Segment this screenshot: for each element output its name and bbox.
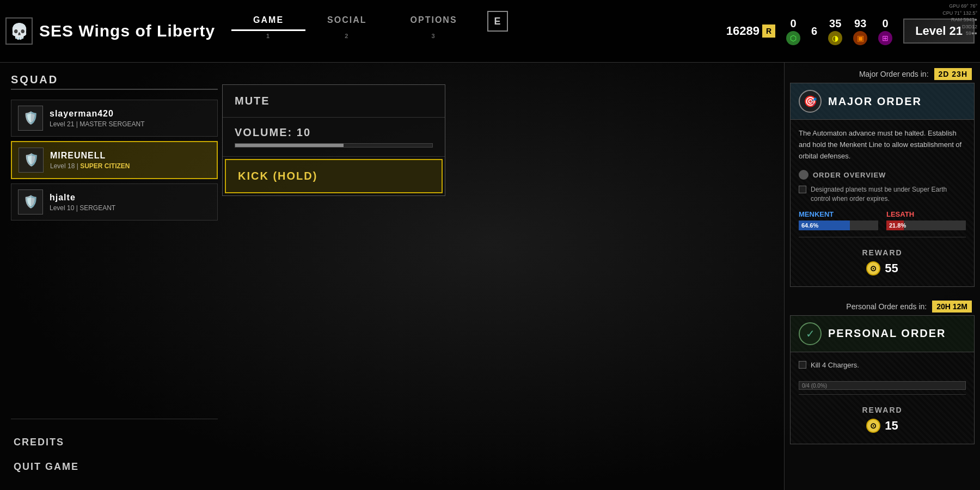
member-name-3: hjalte: [50, 193, 115, 203]
member-rank-3: Level 10 | SERGEANT: [50, 204, 115, 212]
stat-icon-4: ▣: [853, 31, 867, 45]
major-order-title: MAJOR ORDER: [828, 95, 922, 108]
quit-game-button[interactable]: QUIT GAME: [11, 455, 218, 479]
personal-order-reward-label: REWARD: [799, 406, 966, 414]
ship-name: SES Wings of Liberty: [39, 22, 215, 40]
major-order-icon: 🎯: [799, 90, 822, 113]
player-action-popup: MUTE VOLUME: 10 KICK (HOLD): [222, 84, 445, 196]
kill-progress-text: 0/4 (0.0%): [802, 383, 827, 389]
member-info-3: hjalte Level 10 | SERGEANT: [50, 193, 115, 212]
member-rank-2: Level 18 | SUPER CITIZEN: [50, 162, 130, 170]
left-panel: SQUAD 🛡️ slayerman420 Level 21 | MASTER …: [0, 63, 229, 490]
planet-lesath-bar: 21.8%: [886, 220, 966, 230]
member-name-1: slayerman420: [50, 109, 145, 119]
kill-checkbox: [799, 361, 806, 369]
personal-order-reward-coin: ⊙: [866, 419, 880, 433]
major-order-description: The Automaton advance must be halted. Es…: [799, 128, 966, 162]
member-info-1: slayerman420 Level 21 | MASTER SERGEANT: [50, 109, 145, 128]
major-order-timer-badge: 2D 23H: [934, 68, 972, 80]
personal-order-icon: ✓: [799, 322, 822, 345]
personal-order-reward: REWARD ⊙ 15: [799, 399, 966, 436]
major-order-reward-coin: ⊙: [866, 261, 880, 275]
top-right-stats: 16289 R 0 ⬡ 6 35 ◑ 93 ▣ 0 ⊞ Level 21: [726, 17, 975, 45]
planet-menkent: MENKENT 64.6%: [799, 210, 878, 230]
major-order-reward-label: REWARD: [799, 248, 966, 257]
personal-order-timer-label: Personal Order ends in:: [846, 302, 927, 311]
currency-value: 16289: [726, 24, 759, 38]
stat-group-3: 35 ◑: [828, 17, 842, 45]
condition-checkbox: [799, 186, 806, 193]
planet-lesath-name: LESATH: [886, 210, 966, 218]
stat-val-1: 0: [790, 17, 796, 30]
right-panel: Major Order ends in: 2D 23H 🎯 MAJOR ORDE…: [784, 63, 980, 490]
mute-button[interactable]: MUTE: [223, 85, 445, 118]
divider-2: [799, 394, 966, 395]
planets-row: MENKENT 64.6% LESATH 21.8%: [799, 210, 966, 230]
major-order-header: 🎯 MAJOR ORDER: [791, 83, 974, 120]
currency-group: 16289 R: [726, 24, 775, 38]
planet-menkent-bar: 64.6%: [799, 220, 878, 230]
personal-order-body: Kill 4 Chargers. 0/4 (0.0%) REWARD ⊙ 15: [791, 352, 974, 444]
stat-group-5: 0 ⊞: [878, 17, 892, 45]
e-button[interactable]: E: [487, 11, 508, 32]
volume-label: VOLUME: 10: [235, 126, 433, 139]
debug-stats: GPU 69° 76° CPU 71° 132.5° RAM 5943● D3D…: [942, 3, 977, 37]
volume-control[interactable]: VOLUME: 10: [223, 118, 445, 157]
stat-val-5: 0: [883, 17, 889, 30]
stat-group-4: 93 ▣: [853, 17, 867, 45]
tab-game[interactable]: GAME 1: [231, 11, 305, 31]
order-condition: Designated planets must be under Super E…: [799, 185, 966, 204]
kill-progress-bar: 0/4 (0.0%): [799, 381, 966, 390]
bottom-menu: CREDITS QUIT GAME: [11, 419, 218, 479]
requisition-icon: R: [762, 24, 775, 38]
personal-order-card: ✓ PERSONAL ORDER Kill 4 Chargers. 0/4 (0…: [790, 315, 975, 444]
stat-group-1: 0 ⬡: [786, 17, 800, 45]
logo-area: 💀 SES Wings of Liberty: [5, 17, 215, 45]
major-order-reward-value: ⊙ 55: [799, 261, 966, 275]
stat-val-4: 93: [854, 17, 866, 30]
stat-val-3: 35: [829, 17, 841, 30]
tab-options-number: 3: [431, 33, 436, 39]
stat-group-2: 6: [811, 25, 817, 38]
personal-order-reward-value: ⊙ 15: [799, 419, 966, 433]
major-order-timer-label: Major Order ends in:: [859, 70, 929, 78]
tab-options[interactable]: OPTIONS 3: [389, 11, 479, 31]
squad-member-1[interactable]: 🛡️ slayerman420 Level 21 | MASTER SERGEA…: [11, 100, 218, 137]
credits-button[interactable]: CREDITS: [11, 430, 218, 455]
squad-member-2[interactable]: 🛡️ MIREUNELL Level 18 | SUPER CITIZEN: [11, 141, 218, 179]
member-icon-2: 🛡️: [19, 148, 44, 173]
member-name-2: MIREUNELL: [50, 151, 130, 161]
kill-condition: Kill 4 Chargers.: [799, 360, 966, 375]
top-bar: 💀 SES Wings of Liberty GAME 1 SOCIAL 2 O…: [0, 0, 980, 63]
personal-order-title: PERSONAL ORDER: [828, 327, 946, 340]
stat-icon-1: ⬡: [786, 31, 800, 45]
stat-val-2: 6: [811, 25, 817, 38]
overview-icon: [799, 170, 808, 180]
volume-bar[interactable]: [235, 143, 433, 148]
personal-order-timer-badge: 20H 12M: [932, 301, 972, 313]
planet-menkent-pct: 64.6%: [801, 222, 818, 229]
major-order-timer-bar: Major Order ends in: 2D 23H: [785, 63, 980, 83]
stat-icon-3: ◑: [828, 31, 842, 45]
member-info-2: MIREUNELL Level 18 | SUPER CITIZEN: [50, 151, 130, 170]
volume-bar-fill: [235, 144, 344, 147]
major-order-body: The Automaton advance must be halted. Es…: [791, 120, 974, 286]
tab-social-number: 2: [345, 33, 349, 39]
squad-member-3[interactable]: 🛡️ hjalte Level 10 | SERGEANT: [11, 183, 218, 220]
skull-icon: 💀: [5, 17, 33, 45]
planet-lesath-pct: 21.8%: [889, 222, 906, 229]
major-order-reward: REWARD ⊙ 55: [799, 242, 966, 278]
personal-order-timer-bar: Personal Order ends in: 20H 12M: [785, 295, 980, 315]
divider-1: [799, 237, 966, 237]
tab-game-number: 1: [266, 33, 271, 39]
stat-icon-5: ⊞: [878, 31, 892, 45]
tab-social[interactable]: SOCIAL 2: [305, 11, 388, 31]
member-icon-1: 🛡️: [18, 106, 43, 131]
personal-order-header: ✓ PERSONAL ORDER: [791, 316, 974, 352]
planet-lesath: LESATH 21.8%: [886, 210, 966, 230]
kick-button[interactable]: KICK (HOLD): [225, 159, 443, 193]
major-order-card: 🎯 MAJOR ORDER The Automaton advance must…: [790, 83, 975, 287]
member-rank-1: Level 21 | MASTER SERGEANT: [50, 120, 145, 128]
nav-tabs: GAME 1 SOCIAL 2 OPTIONS 3 E: [231, 0, 507, 62]
planet-menkent-name: MENKENT: [799, 210, 878, 218]
